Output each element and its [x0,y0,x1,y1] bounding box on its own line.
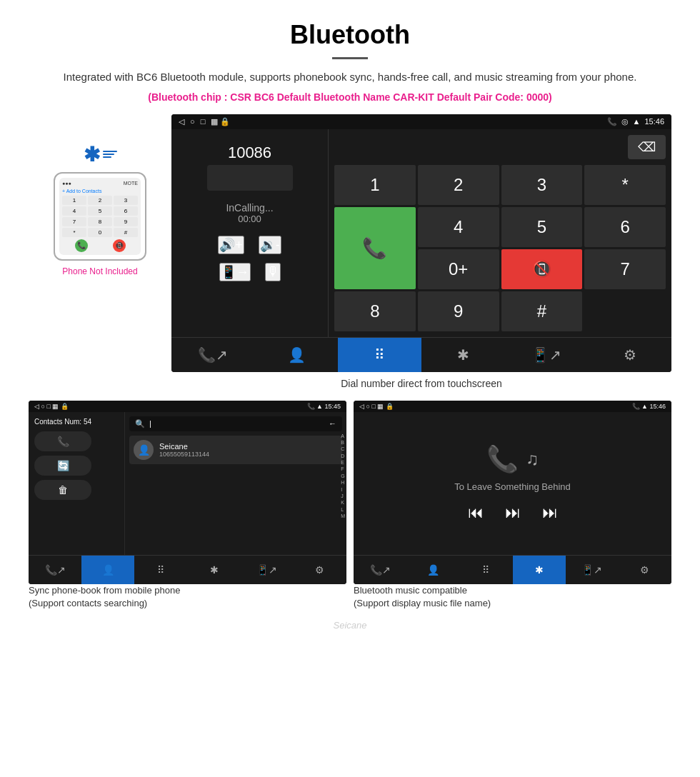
end-call-button[interactable]: 📵 [501,249,583,289]
phone-key-8[interactable]: 8 [88,217,112,226]
contacts-nav-dialpad[interactable]: ⠿ [134,556,187,584]
num-btn-star[interactable]: * [584,165,666,205]
music-notif-icon: ▦ 🔒 [377,403,394,410]
num-btn-6[interactable]: 6 [584,207,666,247]
alpha-i[interactable]: I [341,487,345,493]
transfer-button[interactable]: 📱→ [219,263,251,281]
alpha-f[interactable]: F [341,466,345,472]
contacts-call-btn[interactable]: 📞 [34,431,91,451]
contacts-android-screen: ◁ ○ □ ▦ 🔒 📞 ▲ 15:45 Contacts Num: 54 📞 � [29,401,346,584]
num-btn-0plus[interactable]: 0+ [418,249,499,289]
alpha-j[interactable]: J [341,493,345,499]
phone-key-9[interactable]: 9 [114,217,138,226]
num-btn-hash[interactable]: # [501,291,583,331]
nav-phone-out[interactable]: 📱↗ [505,338,589,372]
phone-call-btn[interactable]: 📞 [75,239,88,252]
contacts-back-icon[interactable]: ◁ ○ □ [34,403,51,410]
search-cursor: | [149,419,151,428]
header-section: Bluetooth Integrated with BC6 Bluetooth … [0,0,700,114]
bluetooth-signal-icon: ✱ [84,143,117,166]
nav-settings[interactable]: ⚙ [588,338,671,372]
volume-up-button[interactable]: 🔊+ [218,236,244,254]
music-caption-line1: Bluetooth music compatible [354,585,467,596]
phone-key-7[interactable]: 7 [62,217,86,226]
phone-screen: ●●● MOTE + Add to Contacts 1 2 3 4 5 6 7… [59,178,141,255]
dial-number-input-box[interactable] [207,165,293,191]
home-nav-icon[interactable]: ○ [190,117,195,126]
phone-key-hash[interactable]: # [114,228,138,237]
backspace-button[interactable]: ⌫ [628,135,666,159]
phone-key-6[interactable]: 6 [114,206,138,216]
phone-key-5[interactable]: 5 [88,206,112,216]
contacts-caption: Sync phone-book from mobile phone (Suppo… [29,584,346,610]
alpha-g[interactable]: G [341,473,345,479]
contacts-caption-line1: Sync phone-book from mobile phone [29,585,180,596]
music-nav-settings[interactable]: ⚙ [619,556,671,584]
num-btn-3[interactable]: 3 [501,165,583,205]
contacts-nav-call[interactable]: 📞↗ [29,556,81,584]
alpha-h[interactable]: H [341,480,345,486]
alpha-c[interactable]: C [341,446,345,452]
music-next-button[interactable]: ⏭ [542,503,558,522]
music-back-icon[interactable]: ◁ ○ □ [359,403,376,410]
recents-nav-icon[interactable]: □ [201,117,206,126]
alpha-k[interactable]: K [341,500,345,506]
alpha-e[interactable]: E [341,460,345,466]
volume-down-button[interactable]: 🔉- [259,236,281,254]
alpha-a[interactable]: A [341,433,345,439]
dial-number-display: 10086 [228,144,271,162]
nav-contacts[interactable]: 👤 [255,338,339,372]
contacts-delete-btn[interactable]: 🗑 [34,480,91,500]
contacts-nav-bluetooth[interactable]: ✱ [188,556,241,584]
num-btn-2[interactable]: 2 [418,165,499,205]
nav-call-transfer[interactable]: 📞↗ [171,338,255,372]
contact-list-item[interactable]: 👤 Seicane 10655059113144 [129,436,342,464]
contacts-body: Contacts Num: 54 📞 🔄 🗑 🔍 | ← [29,412,346,555]
back-nav-icon[interactable]: ◁ [179,117,184,126]
nav-bluetooth[interactable]: ✱ [421,338,505,372]
phone-end-btn[interactable]: 📵 [113,239,126,252]
alpha-d[interactable]: D [341,453,345,459]
num-btn-5[interactable]: 5 [501,207,583,247]
phone-key-2[interactable]: 2 [88,196,112,205]
status-bar-left: ◁ ○ □ ▦ 🔒 [179,117,230,126]
phone-key-3[interactable]: 3 [114,196,138,205]
contacts-nav-contacts[interactable]: 👤 [81,556,134,584]
music-nav-dialpad[interactable]: ⠿ [459,556,512,584]
contacts-right-panel: 🔍 | ← 👤 Seicane 10655059113144 [125,412,346,555]
alpha-l[interactable]: L [341,507,345,513]
mute-button[interactable]: 🎙 [265,263,281,281]
contacts-refresh-btn[interactable]: 🔄 [34,456,91,476]
music-nav-bluetooth[interactable]: ✱ [513,556,566,584]
search-backspace-icon[interactable]: ← [329,419,336,428]
num-btn-1[interactable]: 1 [334,165,416,205]
notification-icon: ▦ 🔒 [211,117,230,126]
num-btn-7[interactable]: 7 [584,249,666,289]
music-prev-button[interactable]: ⏮ [468,503,484,522]
nav-dialpad[interactable]: ⠿ [338,338,421,372]
music-play-button[interactable]: ⏭ [505,503,521,522]
phone-key-4[interactable]: 4 [62,206,86,216]
num-btn-8[interactable]: 8 [334,291,416,331]
music-nav-call[interactable]: 📞↗ [354,556,406,584]
phone-mockup: ●●● MOTE + Add to Contacts 1 2 3 4 5 6 7… [54,172,146,261]
dial-bottom-nav: 📞↗ 👤 ⠿ ✱ 📱↗ ⚙ [171,337,671,372]
contacts-nav-settings[interactable]: ⚙ [294,556,346,584]
music-nav-contacts[interactable]: 👤 [406,556,459,584]
phone-key-1[interactable]: 1 [62,196,86,205]
phone-key-star[interactable]: * [62,228,86,237]
contact-search-bar[interactable]: 🔍 | ← [129,416,342,431]
music-nav-phone-out[interactable]: 📱↗ [566,556,619,584]
call-button[interactable]: 📞 [334,207,416,289]
phone-key-0[interactable]: 0 [88,228,112,237]
music-bottom-nav: 📞↗ 👤 ⠿ ✱ 📱↗ ⚙ [354,555,671,584]
alpha-m[interactable]: M [341,513,345,519]
num-btn-9[interactable]: 9 [418,291,499,331]
page-title: Bluetooth [43,20,657,50]
contacts-nav-phone-out[interactable]: 📱↗ [241,556,294,584]
music-screen-wrapper: ◁ ○ □ ▦ 🔒 📞 ▲ 15:46 📞 ♫ To Leave [354,401,671,610]
num-btn-4[interactable]: 4 [418,207,499,247]
alpha-b[interactable]: B [341,440,345,446]
incalling-label: InCalling... [226,202,273,214]
android-dial-screen: ◁ ○ □ ▦ 🔒 📞 ◎ ▲ 15:46 [171,114,671,372]
